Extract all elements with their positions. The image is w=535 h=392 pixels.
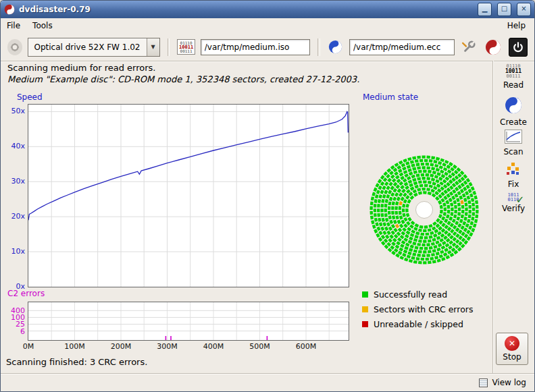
menu-file[interactable]: File bbox=[1, 20, 26, 32]
x-axis-tick: 100M bbox=[64, 342, 85, 351]
dvdisaster-window: dvdisaster-0.79 ▁ □ × File Tools Help Op… bbox=[0, 0, 535, 392]
scan-icon bbox=[505, 130, 522, 146]
menu-help[interactable]: Help bbox=[501, 20, 532, 32]
legend-item-bad: Unreadable / skipped bbox=[362, 316, 473, 331]
minimize-button[interactable]: ▁ bbox=[478, 3, 492, 16]
c2-plot: 4001002560M100M200M300M400M500M600M bbox=[28, 302, 349, 341]
stop-icon: ✕ bbox=[505, 336, 519, 351]
bad-swatch-icon bbox=[362, 321, 368, 327]
stop-label: Stop bbox=[503, 352, 521, 362]
ok-swatch-icon bbox=[362, 291, 368, 298]
medium-state-title: Medium state bbox=[363, 92, 418, 102]
x-axis-tick: 400M bbox=[203, 342, 224, 351]
speed-ytick: 20x bbox=[11, 212, 25, 221]
stop-button[interactable]: ✕ Stop bbox=[496, 333, 528, 365]
toolbar-separator bbox=[317, 38, 320, 56]
scan-label: Scan bbox=[503, 147, 523, 157]
preferences-wrench-icon[interactable] bbox=[460, 38, 478, 56]
status-line-2: Medium "Example disc": CD-ROM mode 1, 35… bbox=[7, 74, 359, 84]
toolbar-right-group bbox=[460, 38, 528, 57]
speed-chart-svg bbox=[28, 105, 349, 287]
c2-ytick: 6 bbox=[20, 327, 25, 336]
speed-ytick: 40x bbox=[11, 142, 25, 150]
menu-tools[interactable]: Tools bbox=[26, 20, 59, 32]
speed-title: Speed bbox=[17, 92, 43, 102]
toolbar: Optical drive 52X FW 1.02 ▼ 01110 10011 … bbox=[1, 33, 534, 61]
read-label: Read bbox=[503, 80, 524, 90]
speed-ytick: 30x bbox=[11, 177, 25, 186]
ecc-file-icon bbox=[328, 38, 344, 56]
toolbar-separator bbox=[168, 38, 170, 56]
view-log-label: View log bbox=[492, 378, 526, 387]
legend-item-crc: Sectors with CRC errors bbox=[362, 302, 473, 316]
read-icon: 01110 10011 00111 bbox=[505, 64, 521, 79]
scan-button[interactable]: Scan bbox=[494, 128, 532, 158]
legend: Successfully read Sectors with CRC error… bbox=[362, 287, 473, 331]
menubar: File Tools Help bbox=[1, 18, 534, 33]
dvdisaster-help-logo-icon[interactable] bbox=[484, 38, 502, 56]
drive-selector-value: Optical drive 52X FW 1.02 bbox=[28, 43, 146, 52]
x-axis-tick: 200M bbox=[111, 342, 132, 351]
drive-icon[interactable] bbox=[7, 39, 22, 55]
read-icon-line: 00111 bbox=[506, 74, 520, 79]
iso-file-icon: 01110 10011 00111 bbox=[177, 39, 195, 55]
iso-icon-line: 00111 bbox=[180, 49, 193, 53]
dvdisaster-logo-icon bbox=[4, 4, 15, 15]
view-log-button[interactable]: View log bbox=[476, 376, 529, 389]
medium-state-disc bbox=[367, 152, 482, 267]
legend-label: Sectors with CRC errors bbox=[374, 304, 473, 314]
verify-button[interactable]: 1011 0110 ✓ Verify bbox=[494, 192, 532, 215]
sidebar-divider bbox=[492, 61, 494, 375]
verify-icon: 1011 0110 ✓ bbox=[508, 193, 519, 202]
x-axis-tick: 600M bbox=[296, 342, 317, 351]
read-button[interactable]: 01110 10011 00111 Read bbox=[494, 63, 532, 91]
status-finished: Scanning finished: 3 CRC errors. bbox=[6, 357, 147, 367]
legend-item-ok: Successfully read bbox=[362, 287, 473, 302]
drive-selector[interactable]: Optical drive 52X FW 1.02 ▼ bbox=[28, 38, 159, 57]
check-icon: ✓ bbox=[516, 194, 525, 206]
quit-power-button[interactable] bbox=[509, 38, 528, 57]
x-axis-tick: 300M bbox=[157, 342, 178, 351]
chevron-down-icon: ▼ bbox=[147, 38, 159, 56]
fix-icon bbox=[505, 161, 522, 178]
create-label: Create bbox=[500, 117, 527, 127]
c2-chart-svg bbox=[28, 302, 349, 340]
legend-label: Unreadable / skipped bbox=[374, 319, 463, 329]
iso-path-input[interactable] bbox=[201, 39, 310, 55]
log-icon bbox=[479, 379, 488, 387]
x-axis-tick: 500M bbox=[249, 342, 270, 351]
crc-swatch-icon bbox=[362, 306, 368, 312]
close-button[interactable]: × bbox=[517, 3, 531, 16]
speed-ytick: 10x bbox=[11, 247, 25, 256]
speed-ytick: 50x bbox=[11, 107, 25, 115]
ecc-path-input[interactable] bbox=[349, 39, 455, 55]
create-icon bbox=[505, 96, 522, 116]
window-title: dvdisaster-0.79 bbox=[19, 5, 472, 14]
speed-plot: 0x10x20x30x40x50x bbox=[28, 104, 349, 287]
maximize-button[interactable]: □ bbox=[497, 3, 511, 16]
c2-title: C2 errors bbox=[7, 289, 45, 298]
legend-label: Successfully read bbox=[374, 289, 447, 300]
fix-label: Fix bbox=[508, 179, 519, 189]
status-line-1: Scanning medium for read errors. bbox=[7, 63, 155, 73]
create-button[interactable]: Create bbox=[494, 95, 532, 128]
statusbar: View log bbox=[1, 373, 534, 391]
titlebar: dvdisaster-0.79 ▁ □ × bbox=[1, 1, 534, 18]
fix-button[interactable]: Fix bbox=[494, 160, 532, 190]
x-axis-tick: 0M bbox=[23, 342, 34, 351]
